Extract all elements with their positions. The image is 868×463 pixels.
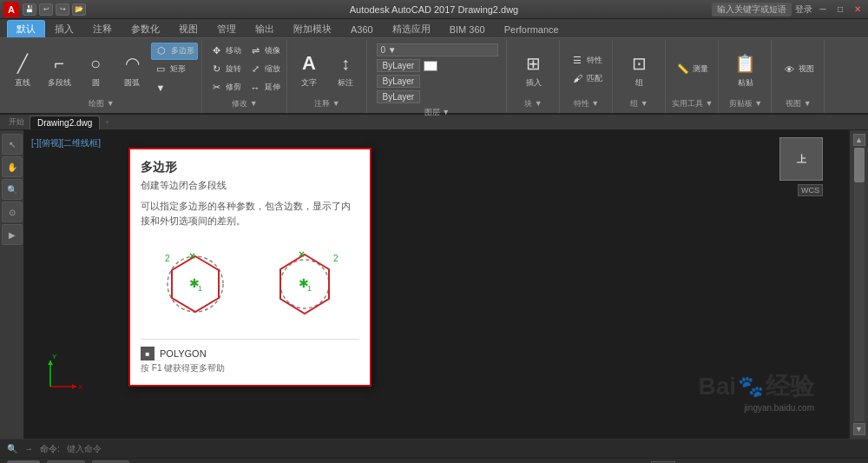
group-btn[interactable]: ⊡ 组 [622, 47, 657, 91]
add-doc-btn[interactable]: ＋ [100, 115, 115, 129]
cmd-prompt: 命令: [40, 443, 60, 455]
scroll-down-btn[interactable]: ▼ [853, 423, 865, 435]
linetype-selector[interactable]: ByLayer [377, 75, 421, 88]
svg-text:×: × [299, 248, 305, 261]
tab-manage[interactable]: 管理 [207, 20, 246, 37]
view-cube[interactable]: 上 [779, 137, 823, 181]
pan-tool[interactable]: ✋ [2, 156, 23, 177]
doc-tab-drawing2[interactable]: Drawing2.dwg [30, 116, 100, 129]
layout2-tab[interactable]: 布局2 [92, 460, 130, 464]
more-draw-btn[interactable]: ▼ [151, 79, 198, 96]
baidu-url: jingyan.baidu.com [744, 403, 814, 413]
arc-btn[interactable]: ◠ 圆弧 [115, 47, 149, 91]
layer-row1: 0 ▼ [377, 43, 498, 56]
ribbon-tabs: 默认 插入 注释 参数化 视图 管理 输出 附加模块 A360 精选应用 BIM… [0, 19, 868, 38]
login-btn[interactable]: 登录 [795, 3, 812, 16]
rect-label: 矩形 [170, 63, 186, 75]
main-area: ↖ ✋ 🔍 ⊙ ▶ [-][俯视][二维线框] X Y 上 WCS 多边形 创建… [0, 130, 868, 439]
svg-text:2: 2 [165, 254, 170, 263]
tab-bim360[interactable]: BIM 360 [440, 20, 495, 37]
extend-label: 延伸 [265, 82, 280, 93]
properties-btn[interactable]: ☰ 特性 [568, 51, 605, 69]
annotate-group-title: 注释 ▼ [312, 96, 341, 111]
title-bar-left: A 💾 ↩ ↪ 📂 [3, 2, 86, 17]
redo-icon[interactable]: ↪ [56, 3, 69, 16]
search-box[interactable]: 输入关键字或短语 [712, 3, 792, 17]
tab-parametric[interactable]: 参数化 [122, 20, 169, 37]
color-swatch [424, 61, 437, 71]
rotate-btn[interactable]: ↻ 旋转 [207, 61, 244, 78]
axis-indicator: X Y [42, 352, 85, 395]
match-btn[interactable]: 🖌 匹配 [568, 69, 605, 87]
view-cube-face[interactable]: 上 [779, 137, 823, 181]
polygon-btn[interactable]: ⬡ 多边形 [151, 43, 198, 60]
tab-output[interactable]: 输出 [246, 20, 284, 37]
line-icon: ╱ [9, 50, 36, 77]
tab-addons[interactable]: 附加模块 [284, 20, 341, 37]
layer-selector[interactable]: 0 ▼ [377, 43, 498, 56]
viewport-label: [-][俯视][二维线框] [31, 137, 101, 149]
extend-btn[interactable]: ↔ 延伸 [246, 79, 283, 96]
tab-default[interactable]: 默认 [7, 20, 45, 37]
ribbon-group-view: 👁 视图 视图 ▼ [773, 40, 825, 113]
view-icon: 👁 [782, 63, 796, 76]
app-title: Autodesk AutoCAD 2017 Drawing2.dwg [350, 4, 518, 15]
lineweight-selector[interactable]: ByLayer [377, 90, 421, 103]
ribbon: ╱ 直线 ⌐ 多段线 ○ 圆 ◠ 圆弧 ⬡ 多边形 ▭ [0, 38, 868, 115]
rect-btn[interactable]: ▭ 矩形 [151, 61, 198, 78]
circle-btn[interactable]: ○ 圆 [78, 47, 113, 91]
paste-btn[interactable]: 📋 粘贴 [728, 47, 763, 91]
view-cube-label: 上 [797, 153, 806, 166]
model-tab[interactable]: 模型 [7, 460, 40, 464]
scroll-thumb[interactable] [854, 148, 865, 182]
scale-label: 缩放 [265, 63, 280, 75]
polyline-label: 多段线 [48, 77, 71, 89]
close-btn[interactable]: ✕ [851, 3, 865, 16]
tab-a360[interactable]: A360 [341, 20, 383, 37]
steering-wheel[interactable]: ⊙ [2, 202, 23, 222]
utils-group-title: 实用工具 ▼ [670, 96, 714, 111]
dim-btn[interactable]: ↕ 标注 [328, 47, 363, 91]
insert-icon: ⊞ [520, 50, 548, 77]
color-selector[interactable]: ByLayer [377, 59, 421, 72]
restore-btn[interactable]: □ [833, 3, 847, 16]
measure-btn[interactable]: 📏 测量 [674, 61, 711, 78]
tab-view[interactable]: 视图 [169, 20, 207, 37]
select-tool[interactable]: ↖ [2, 134, 23, 155]
group-icon: ⊡ [626, 50, 654, 77]
tooltip-command: ■ POLYGON [141, 347, 359, 360]
hex-left-container: × 2 ✱ 1 [148, 242, 243, 321]
view-btn[interactable]: 👁 视图 [779, 61, 817, 78]
polyline-btn[interactable]: ⌐ 多段线 [42, 47, 76, 91]
minimize-btn[interactable]: ─ [816, 3, 830, 16]
extend-icon: ↔ [248, 81, 262, 95]
layout1-tab[interactable]: 布局1 [47, 460, 85, 464]
trim-icon: ✂ [209, 81, 223, 95]
line-btn[interactable]: ╱ 直线 [5, 47, 40, 91]
save-icon[interactable]: 💾 [23, 3, 36, 16]
rotate-icon: ↻ [209, 63, 223, 76]
move-btn[interactable]: ✥ 移动 [207, 43, 244, 60]
tab-featured[interactable]: 精选应用 [383, 20, 440, 37]
tab-annotate[interactable]: 注释 [83, 20, 122, 37]
zoom-tool[interactable]: 🔍 [2, 179, 23, 200]
text-btn[interactable]: A 文字 [292, 47, 326, 91]
draw-small-btns: ⬡ 多边形 ▭ 矩形 ▼ [151, 43, 198, 96]
cmd-area: 🔍 → 命令: [0, 439, 868, 458]
undo-icon[interactable]: ↩ [39, 3, 53, 16]
insert-btn[interactable]: ⊞ 插入 [516, 47, 551, 91]
annotate-items: A 文字 ↕ 标注 [292, 42, 363, 96]
tab-insert[interactable]: 插入 [45, 20, 83, 37]
cmd-input[interactable] [67, 444, 861, 453]
mirror-btn[interactable]: ⇌ 镜像 [246, 43, 283, 60]
scroll-up-btn[interactable]: ▲ [853, 134, 865, 146]
props-group-title: 特性 ▼ [572, 96, 601, 111]
scale-btn[interactable]: ⤢ 缩放 [246, 61, 283, 78]
tab-performance[interactable]: Performance [495, 20, 569, 37]
layer-row2: ByLayer [377, 59, 438, 72]
open-icon[interactable]: 📂 [72, 3, 86, 16]
trim-btn[interactable]: ✂ 修剪 [207, 79, 244, 96]
svg-text:Y: Y [52, 353, 57, 360]
showmotion-tool[interactable]: ▶ [2, 224, 23, 245]
start-tab[interactable]: 开始 [3, 115, 30, 129]
